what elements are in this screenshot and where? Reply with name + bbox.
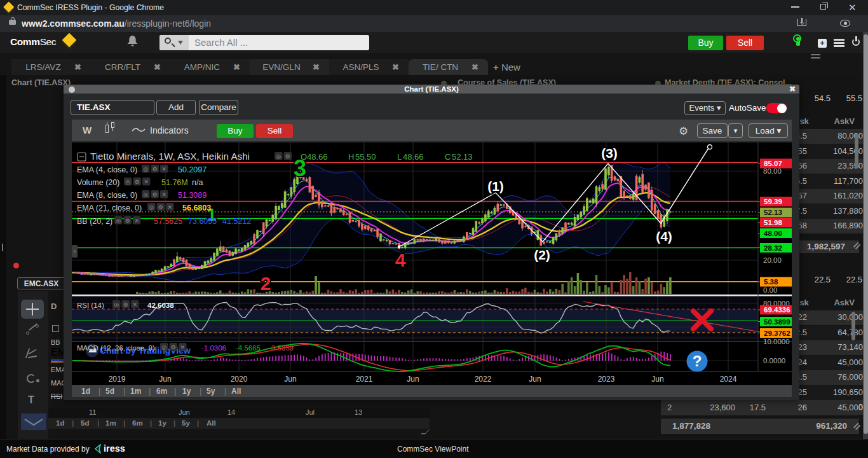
svg-text:n/a: n/a xyxy=(192,178,203,187)
svg-text:52.13: 52.13 xyxy=(452,152,473,162)
svg-text:Jun: Jun xyxy=(159,375,171,384)
svg-text:✕: ✕ xyxy=(134,218,139,224)
svg-text:⚙: ⚙ xyxy=(171,344,176,350)
svg-text:⚙: ⚙ xyxy=(158,204,163,211)
svg-text:✕: ✕ xyxy=(161,191,166,198)
svg-text:BB (20, 2): BB (20, 2) xyxy=(77,217,112,226)
svg-text:55.50: 55.50 xyxy=(355,152,376,162)
svg-text:-3.5359: -3.5359 xyxy=(269,344,294,352)
svg-text:⚙: ⚙ xyxy=(153,191,158,198)
svg-text:Tietto Minerals, 1W, ASX, Heik: Tietto Minerals, 1W, ASX, Heikin Ashi xyxy=(90,151,250,162)
svg-text:›: › xyxy=(74,248,76,254)
svg-text:◎: ◎ xyxy=(114,302,119,308)
svg-text:59.39: 59.39 xyxy=(764,198,782,205)
svg-text:2023: 2023 xyxy=(598,375,615,384)
svg-text:Jun: Jun xyxy=(651,375,663,384)
svg-text:EMA (8, close, 0): EMA (8, close, 0) xyxy=(77,191,137,200)
svg-text:41.5212: 41.5212 xyxy=(222,217,251,226)
svg-text:28.32: 28.32 xyxy=(764,244,782,252)
svg-text:Jun: Jun xyxy=(284,375,296,384)
svg-text:⚙: ⚙ xyxy=(285,153,290,160)
svg-text:48.66: 48.66 xyxy=(307,152,328,162)
svg-text:◎: ◎ xyxy=(161,344,166,350)
svg-text:Jun: Jun xyxy=(529,375,541,384)
svg-text:2020: 2020 xyxy=(231,375,248,384)
svg-text:29.3762: 29.3762 xyxy=(764,330,790,337)
svg-text:◎: ◎ xyxy=(143,191,148,198)
svg-text:0.00: 0.00 xyxy=(763,286,777,294)
svg-text:2022: 2022 xyxy=(475,375,492,384)
svg-text:-4.5665: -4.5665 xyxy=(236,344,261,352)
svg-text:48.66: 48.66 xyxy=(403,152,424,162)
svg-text:73.6055: 73.6055 xyxy=(188,217,217,226)
svg-text:2021: 2021 xyxy=(356,375,373,384)
svg-text:10.0000: 10.0000 xyxy=(763,338,790,345)
svg-text:◎: ◎ xyxy=(143,166,148,172)
svg-text:Jun: Jun xyxy=(407,375,419,384)
svg-text:EMA (21, close, 0): EMA (21, close, 0) xyxy=(77,204,142,212)
svg-text:50.3899: 50.3899 xyxy=(764,318,790,326)
svg-text:L: L xyxy=(397,152,402,162)
svg-text:2024: 2024 xyxy=(720,375,737,384)
svg-text:5.38: 5.38 xyxy=(764,278,778,286)
svg-text:2019: 2019 xyxy=(109,375,126,384)
svg-text:⚙: ⚙ xyxy=(135,179,140,185)
svg-text:(4): (4) xyxy=(656,229,672,244)
svg-text:◎: ◎ xyxy=(125,179,130,185)
svg-text:◎: ◎ xyxy=(149,204,154,211)
svg-text:O: O xyxy=(301,152,307,162)
svg-text:(1): (1) xyxy=(487,179,504,193)
svg-text:EMA (4, close, 0): EMA (4, close, 0) xyxy=(77,165,137,174)
svg-text:⚙: ⚙ xyxy=(125,218,130,224)
svg-text:⚙: ⚙ xyxy=(123,302,128,308)
svg-text:C: C xyxy=(445,152,451,162)
svg-text:69.4336: 69.4336 xyxy=(764,306,790,314)
svg-text:4: 4 xyxy=(395,249,406,270)
svg-text:51.98: 51.98 xyxy=(764,219,782,226)
svg-text:51.76M: 51.76M xyxy=(161,178,188,187)
svg-text:Volume (20): Volume (20) xyxy=(77,178,119,187)
svg-text:20.00: 20.00 xyxy=(763,256,782,264)
svg-text:✕: ✕ xyxy=(167,204,172,211)
svg-text:52.13: 52.13 xyxy=(764,209,782,216)
svg-text:(2): (2) xyxy=(534,247,550,262)
svg-text:✕: ✕ xyxy=(161,166,166,172)
svg-text:0.0000: 0.0000 xyxy=(763,357,785,364)
svg-text:⚙: ⚙ xyxy=(153,166,158,172)
svg-text:85.07: 85.07 xyxy=(764,160,782,167)
svg-text:✕: ✕ xyxy=(132,302,137,308)
svg-text:57.5625: 57.5625 xyxy=(154,217,182,226)
svg-text:2: 2 xyxy=(261,273,271,294)
svg-text:◎: ◎ xyxy=(116,218,121,224)
svg-text:◎: ◎ xyxy=(276,153,281,160)
svg-text:✕: ✕ xyxy=(144,179,149,185)
svg-text:(3): (3) xyxy=(601,146,618,160)
svg-text:H: H xyxy=(348,152,354,162)
svg-text:42.6038: 42.6038 xyxy=(147,302,174,309)
svg-text:?: ? xyxy=(693,352,702,370)
svg-text:51.3089: 51.3089 xyxy=(178,191,207,200)
svg-text:RSI (14): RSI (14) xyxy=(77,302,104,309)
svg-text:56.6803: 56.6803 xyxy=(182,204,211,212)
svg-text:MACD (12, 26, close, 9): MACD (12, 26, close, 9) xyxy=(77,344,155,352)
svg-text:50.2097: 50.2097 xyxy=(178,165,207,174)
svg-text:-1.0306: -1.0306 xyxy=(201,344,226,352)
svg-text:48.00: 48.00 xyxy=(764,230,782,237)
svg-text:80.00: 80.00 xyxy=(763,167,782,175)
svg-text:✕: ✕ xyxy=(180,344,185,350)
